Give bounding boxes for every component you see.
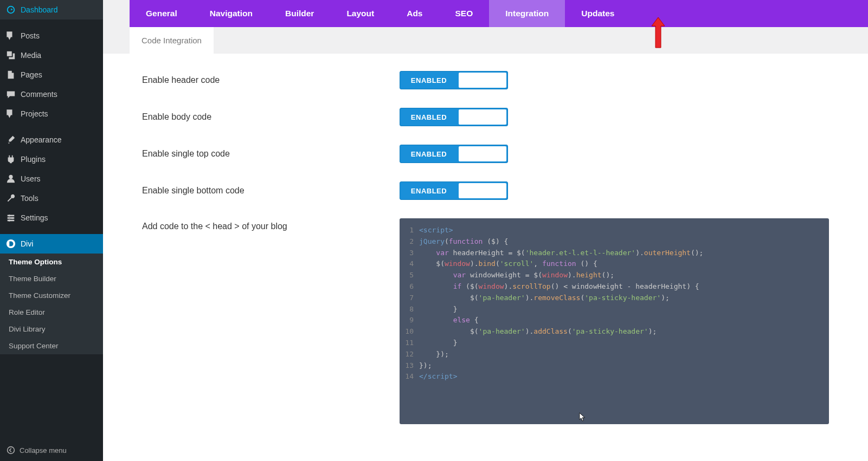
- toggle-single-top[interactable]: ENABLED: [400, 145, 508, 163]
- menu-item-dashboard[interactable]: Dashboard: [0, 0, 103, 20]
- svg-point-0: [9, 175, 12, 179]
- menu-label: Pages: [21, 70, 42, 79]
- setting-label: Enable body code: [142, 112, 400, 122]
- tab-builder[interactable]: Builder: [269, 0, 330, 27]
- menu-label: Plugins: [21, 155, 46, 164]
- tab-layout[interactable]: Layout: [330, 0, 390, 27]
- submenu-divi: Theme Options Theme Builder Theme Custom…: [0, 254, 103, 354]
- submenu-theme-options[interactable]: Theme Options: [0, 254, 103, 270]
- subtab-code-integration[interactable]: Code Integration: [130, 27, 214, 54]
- menu-label: Settings: [21, 213, 48, 222]
- setting-label: Enable single bottom code: [142, 186, 400, 196]
- menu-item-tools[interactable]: Tools: [0, 189, 103, 208]
- svg-point-8: [8, 447, 15, 454]
- menu-item-posts[interactable]: Posts: [0, 26, 103, 46]
- code-editor[interactable]: 1<script> 2jQuery(function ($) { 3 var h…: [400, 218, 829, 424]
- menu-separator: [0, 124, 103, 130]
- submenu-support-center[interactable]: Support Center: [0, 337, 103, 354]
- brush-icon: [5, 134, 16, 145]
- pin-icon: [5, 30, 16, 41]
- plug-icon: [5, 154, 16, 165]
- tab-seo[interactable]: SEO: [439, 0, 489, 27]
- menu-label: Dashboard: [21, 5, 58, 14]
- submenu-theme-customizer[interactable]: Theme Customizer: [0, 287, 103, 304]
- submenu-divi-library[interactable]: Divi Library: [0, 321, 103, 337]
- setting-row: Enable body code ENABLED: [142, 108, 829, 126]
- menu-label: Tools: [21, 194, 38, 203]
- menu-separator: [0, 228, 103, 234]
- top-tabs: General Navigation Builder Layout Ads SE…: [130, 0, 868, 27]
- menu-item-users[interactable]: Users: [0, 169, 103, 189]
- settings-body: Enable header code ENABLED Enable body c…: [103, 54, 868, 441]
- menu-item-comments[interactable]: Comments: [0, 85, 103, 104]
- divi-icon: [5, 238, 16, 249]
- media-icon: [5, 50, 16, 61]
- menu-item-settings[interactable]: Settings: [0, 208, 103, 228]
- tab-integration[interactable]: Integration: [489, 0, 565, 27]
- settings-icon: [5, 212, 16, 223]
- menu-item-plugins[interactable]: Plugins: [0, 150, 103, 169]
- menu-label: Divi: [21, 239, 33, 248]
- collapse-label: Collapse menu: [20, 446, 67, 454]
- menu-label: Media: [21, 51, 41, 60]
- menu-separator: [0, 20, 103, 26]
- comment-icon: [5, 89, 16, 100]
- setting-row: Enable single top code ENABLED: [142, 145, 829, 163]
- tab-updates[interactable]: Updates: [565, 0, 631, 27]
- menu-item-pages[interactable]: Pages: [0, 65, 103, 85]
- toggle-knob: [459, 146, 506, 161]
- toggle-knob: [459, 183, 506, 198]
- menu-item-divi[interactable]: Divi: [0, 234, 103, 254]
- page-icon: [5, 69, 16, 80]
- setting-label: Enable header code: [142, 75, 400, 85]
- wrench-icon: [5, 193, 16, 204]
- main-content: General Navigation Builder Layout Ads SE…: [103, 0, 868, 461]
- collapse-menu-button[interactable]: Collapse menu: [0, 439, 103, 461]
- annotation-arrow-icon: [651, 16, 666, 49]
- tab-general[interactable]: General: [130, 0, 194, 27]
- menu-label: Comments: [21, 90, 57, 99]
- setting-row: Enable single bottom code ENABLED: [142, 181, 829, 200]
- toggle-knob: [459, 109, 506, 125]
- tab-navigation[interactable]: Navigation: [194, 0, 269, 27]
- dashboard-icon: [5, 4, 16, 15]
- setting-row: Enable header code ENABLED: [142, 71, 829, 89]
- code-wrap: Add code to the < head > of your blog 1<…: [142, 218, 829, 424]
- toggle-knob: [459, 73, 506, 88]
- menu-label: Users: [21, 174, 41, 183]
- code-label: Add code to the < head > of your blog: [142, 218, 400, 424]
- tabs-container: General Navigation Builder Layout Ads SE…: [103, 0, 868, 54]
- tab-ads[interactable]: Ads: [390, 0, 439, 27]
- submenu-role-editor[interactable]: Role Editor: [0, 304, 103, 321]
- menu-label: Posts: [21, 31, 40, 40]
- toggle-state: ENABLED: [400, 76, 458, 85]
- menu-item-projects[interactable]: Projects: [0, 104, 103, 124]
- toggle-body-code[interactable]: ENABLED: [400, 108, 508, 126]
- pin-icon: [5, 108, 16, 119]
- collapse-icon: [5, 445, 16, 456]
- toggle-state: ENABLED: [400, 187, 458, 195]
- menu-label: Appearance: [21, 135, 62, 144]
- user-icon: [5, 173, 16, 184]
- svg-point-5: [11, 217, 14, 219]
- sub-tabs: Code Integration: [130, 27, 868, 54]
- menu-label: Projects: [21, 109, 48, 118]
- admin-sidebar: Dashboard Posts Media Pages Comments Pro…: [0, 0, 103, 461]
- toggle-state: ENABLED: [400, 113, 458, 121]
- menu-item-media[interactable]: Media: [0, 46, 103, 65]
- svg-point-4: [9, 215, 11, 217]
- toggle-header-code[interactable]: ENABLED: [400, 71, 508, 89]
- menu-item-appearance[interactable]: Appearance: [0, 130, 103, 150]
- toggle-single-bottom[interactable]: ENABLED: [400, 181, 508, 200]
- submenu-theme-builder[interactable]: Theme Builder: [0, 270, 103, 287]
- setting-label: Enable single top code: [142, 149, 400, 159]
- svg-point-6: [9, 219, 11, 222]
- toggle-state: ENABLED: [400, 150, 458, 158]
